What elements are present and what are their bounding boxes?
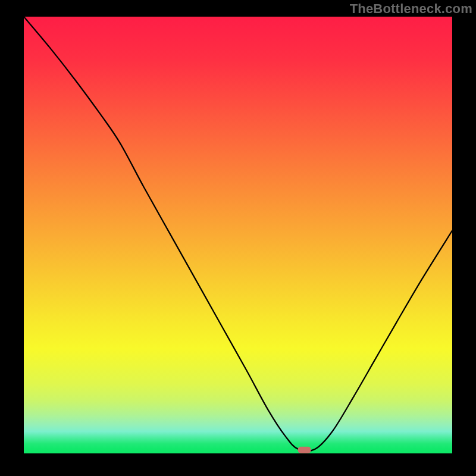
gradient-background <box>24 17 452 453</box>
chart-svg <box>24 17 452 453</box>
watermark-text: TheBottleneck.com <box>350 1 472 17</box>
chart-container: TheBottleneck.com <box>0 0 476 476</box>
plot-area <box>24 17 452 453</box>
optimum-marker <box>298 447 311 453</box>
